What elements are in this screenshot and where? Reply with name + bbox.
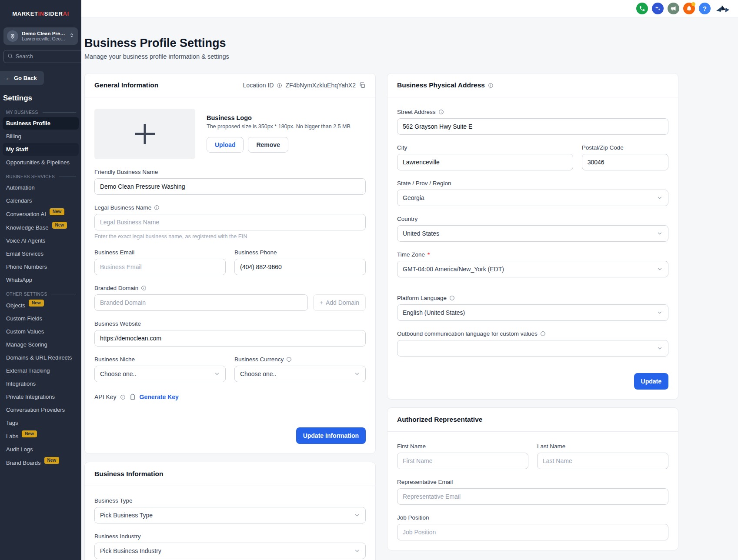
sidebar-item-brand-boards[interactable]: Brand BoardsNew xyxy=(3,456,79,469)
last-name-label: Last Name xyxy=(537,443,668,450)
legal-business-name-input[interactable] xyxy=(94,214,366,230)
go-back-button[interactable]: ← Go Back xyxy=(0,71,44,85)
last-name-input[interactable] xyxy=(537,453,668,469)
business-physical-address-title: Business Physical Address xyxy=(397,81,494,89)
city-input[interactable] xyxy=(397,154,573,170)
location-id-value: ZF4bNymXzkluEhqYahX2 xyxy=(285,82,356,89)
sidebar-item-external-tracking[interactable]: External Tracking xyxy=(3,364,79,377)
generate-key-link[interactable]: Generate Key xyxy=(140,393,179,400)
outbound-language-select[interactable] xyxy=(397,340,668,357)
sidebar-item-domains-url-redirects[interactable]: Domains & URL Redirects xyxy=(3,351,79,364)
branded-domain-input[interactable] xyxy=(94,294,308,311)
sidebar-search-row: ⌘ K xyxy=(3,50,78,63)
authorized-representative-title: Authorized Representative xyxy=(397,416,482,423)
zip-label: Postal/Zip Code xyxy=(582,144,668,151)
sidebar-item-opportunities-pipelines[interactable]: Opportunities & Pipelines xyxy=(3,156,79,169)
update-information-button[interactable]: Update Information xyxy=(296,427,366,444)
friendly-business-name-label: Friendly Business Name xyxy=(94,169,366,175)
sidebar-item-private-integrations[interactable]: Private Integrations xyxy=(3,390,79,403)
business-currency-select[interactable]: Choose one.. xyxy=(234,366,366,382)
sidebar-item-integrations[interactable]: Integrations xyxy=(3,377,79,390)
plus-icon: + xyxy=(320,299,323,306)
sidebar-item-calendars[interactable]: Calendars xyxy=(3,194,79,207)
country-label: Country xyxy=(397,216,668,222)
sidebar-item-knowledge-base[interactable]: Knowledge BaseNew xyxy=(3,221,79,234)
sidebar-section-label: OTHER SETTINGS xyxy=(6,292,76,297)
sidebar-section-label: BUSINESS SERVICES xyxy=(6,174,76,179)
business-email-input[interactable] xyxy=(94,259,226,275)
phone-icon[interactable] xyxy=(636,3,648,14)
state-label: State / Prov / Region xyxy=(397,180,668,187)
platform-language-label: Platform Language xyxy=(397,295,668,301)
copy-icon[interactable] xyxy=(359,82,366,89)
country-select[interactable]: United States xyxy=(397,225,668,242)
job-position-input[interactable] xyxy=(397,524,668,540)
topbar: ? xyxy=(81,0,738,17)
info-icon xyxy=(154,205,160,210)
sidebar-item-whatsapp[interactable]: WhatsApp xyxy=(3,273,79,286)
plus-icon xyxy=(135,124,155,144)
remove-button[interactable]: Remove xyxy=(248,137,288,153)
chevron-down-icon xyxy=(354,548,360,554)
business-type-select[interactable]: Pick Business Type xyxy=(94,507,366,523)
business-niche-select[interactable]: Choose one.. xyxy=(94,366,226,382)
job-position-label: Job Position xyxy=(397,514,668,521)
sidebar-item-manage-scoring[interactable]: Manage Scoring xyxy=(3,338,79,351)
street-address-input[interactable] xyxy=(397,118,668,135)
sidebar-section-label: MY BUSINESS xyxy=(6,110,76,115)
representative-email-input[interactable] xyxy=(397,488,668,505)
upload-button[interactable]: Upload xyxy=(207,137,244,153)
sidebar-item-custom-values[interactable]: Custom Values xyxy=(3,325,79,338)
sidebar-item-billing[interactable]: Billing xyxy=(3,130,79,143)
branded-domain-label: Branded Domain xyxy=(94,285,366,291)
state-select[interactable]: Georgia xyxy=(397,190,668,206)
business-industry-label: Business Industry xyxy=(94,533,366,540)
sparkles-icon[interactable] xyxy=(652,3,664,14)
sidebar-item-phone-numbers[interactable]: Phone Numbers xyxy=(3,260,79,273)
partner-logo-icon[interactable] xyxy=(715,3,731,14)
zip-input[interactable] xyxy=(582,154,668,170)
add-domain-button[interactable]: + Add Domain xyxy=(313,294,366,311)
logo-meta: Business Logo The proposed size is 350px… xyxy=(207,109,351,159)
update-address-button[interactable]: Update xyxy=(634,373,668,390)
sidebar-item-custom-fields[interactable]: Custom Fields xyxy=(3,312,79,325)
sidebar-nav: MY BUSINESSBusiness ProfileBillingMy Sta… xyxy=(0,104,81,560)
business-information-title: Business Information xyxy=(94,470,163,478)
help-icon[interactable]: ? xyxy=(699,3,711,14)
location-id-row: Location ID ZF4bNymXzkluEhqYahX2 xyxy=(243,82,366,89)
sidebar-item-business-profile[interactable]: Business Profile xyxy=(3,117,79,130)
business-phone-input[interactable] xyxy=(234,259,366,275)
search-input[interactable] xyxy=(16,53,81,60)
first-name-label: First Name xyxy=(397,443,528,450)
new-badge: New xyxy=(50,208,65,215)
sidebar-item-audit-logs[interactable]: Audit Logs xyxy=(3,443,79,456)
sidebar-item-conversation-providers[interactable]: Conversation Providers xyxy=(3,403,79,416)
friendly-business-name-input[interactable] xyxy=(94,178,366,195)
sidebar-item-labs[interactable]: LabsNew xyxy=(3,430,79,443)
account-name: Demo Clean Pressur... xyxy=(22,31,66,36)
clipboard-icon[interactable] xyxy=(129,393,136,400)
business-niche-label: Business Niche xyxy=(94,356,226,363)
bell-icon[interactable] xyxy=(683,3,695,14)
sidebar-item-conversation-ai[interactable]: Conversation AINew xyxy=(3,207,79,220)
business-currency-label: Business Currency xyxy=(234,356,366,363)
sidebar-item-voice-ai-agents[interactable]: Voice AI Agents xyxy=(3,234,79,247)
sidebar-item-my-staff[interactable]: My Staff xyxy=(3,143,79,156)
search-box[interactable]: ⌘ K xyxy=(3,50,81,63)
account-location: Lawrenceville, Georgia xyxy=(22,36,66,41)
sidebar-item-automation[interactable]: Automation xyxy=(3,181,79,194)
platform-language-select[interactable]: English (United States) xyxy=(397,304,668,321)
timezone-label: Time Zone * xyxy=(397,251,668,258)
account-switcher[interactable]: Demo Clean Pressur... Lawrenceville, Geo… xyxy=(3,27,78,45)
chevron-down-icon xyxy=(657,345,663,351)
business-industry-select[interactable]: Pick Business Industry xyxy=(94,543,366,559)
megaphone-icon[interactable] xyxy=(668,3,679,14)
sidebar-item-email-services[interactable]: Email Services xyxy=(3,247,79,260)
timezone-select[interactable]: GMT-04:00 America/New_York (EDT) xyxy=(397,261,668,277)
sidebar-item-tags[interactable]: Tags xyxy=(3,417,79,429)
sidebar-item-objects[interactable]: ObjectsNew xyxy=(3,299,79,312)
business-website-input[interactable] xyxy=(94,330,366,347)
first-name-input[interactable] xyxy=(397,453,528,469)
logo-upload-dropzone[interactable] xyxy=(94,109,195,159)
info-icon xyxy=(277,83,282,88)
